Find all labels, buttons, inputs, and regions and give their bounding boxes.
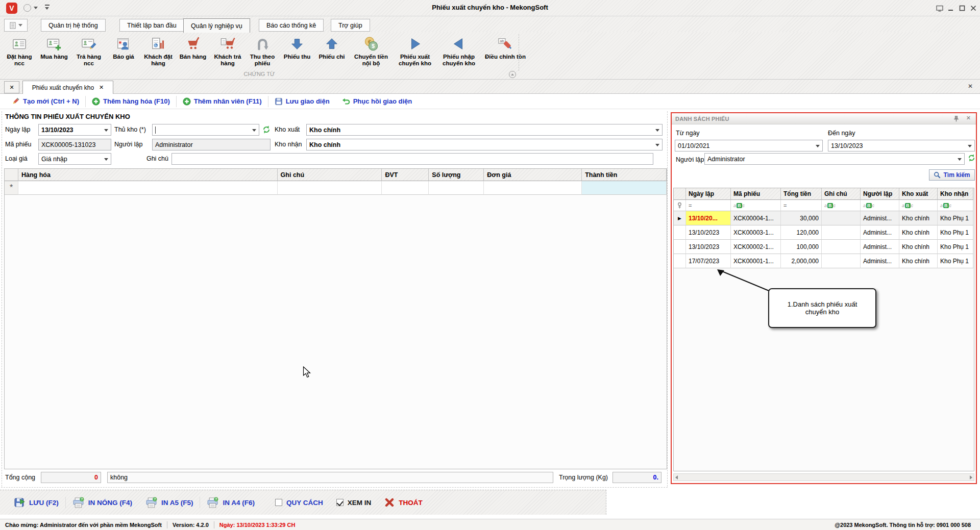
minimize-button[interactable] [946, 4, 955, 12]
ribbon-button-dat-hang-ncc[interactable]: Đặt hàng ncc [2, 34, 37, 68]
new-row-cell[interactable] [429, 181, 484, 195]
cell-ma-phieu[interactable]: XCK00004-1... [731, 211, 781, 225]
new-row-cell[interactable] [382, 181, 429, 195]
ribbon-button-ban-hang[interactable]: Bán hàng [176, 34, 210, 61]
cell-tong-tien[interactable]: 30,000 [781, 211, 822, 225]
kho-xuat-combo[interactable]: Kho chính [306, 124, 663, 136]
col-don-gia[interactable]: Đơn giá [484, 169, 582, 181]
cell-ghi-chu[interactable] [822, 240, 861, 254]
panel-grid[interactable]: Ngày lập Mã phiếu Tổng tiền Ghi chú Ngườ… [673, 188, 974, 471]
pin-icon[interactable] [952, 115, 960, 124]
filter-cell-nguoi-lap[interactable]: aBc [861, 200, 899, 211]
items-grid-new-row[interactable]: * [5, 181, 667, 195]
cell-ghi-chu[interactable] [822, 254, 861, 268]
table-row[interactable]: ▶ 13/10/20... XCK00004-1... 30,000 Admin… [674, 211, 974, 225]
print-a4-button[interactable]: ? IN A4 (F6) [200, 497, 261, 509]
cell-kho-nhan[interactable]: Kho Phụ 1 [938, 254, 973, 268]
ribbon-button-phieu-nhap-chuyen-kho[interactable]: Phiếu nhập chuyển kho [437, 34, 481, 68]
cell-nguoi-lap[interactable]: Administ... [861, 254, 899, 268]
ribbon-button-thu-theo-phieu[interactable]: Thu theo phiếu [245, 34, 280, 68]
col-ngay-lap[interactable]: Ngày lập [686, 188, 731, 200]
search-button[interactable]: Tìm kiếm [929, 169, 975, 181]
ribbon-button-bao-gia[interactable]: Báo giá [106, 34, 141, 61]
cell-ghi-chu[interactable] [822, 211, 861, 225]
panel-horizontal-scrollbar[interactable] [673, 473, 974, 481]
tabbar-close-icon[interactable]: ✕ [968, 83, 973, 90]
cell-nguoi-lap[interactable]: Administ... [861, 240, 899, 254]
restore-layout-button[interactable]: Phục hồi giao diện [336, 97, 419, 106]
tab-close-icon[interactable]: ✕ [99, 84, 104, 91]
cell-ngay-lap[interactable]: 13/10/20... [686, 211, 731, 225]
filter-cell-ghi-chu[interactable]: aBc [822, 200, 861, 211]
checkbox-checked-icon[interactable] [336, 499, 344, 506]
ribbon-button-dieu-chinh-ton[interactable]: ab Điều chỉnh tồn [481, 34, 530, 61]
cell-ma-phieu[interactable]: XCK00003-1... [731, 225, 781, 240]
print-a5-button[interactable]: ? IN A5 (F5) [139, 497, 200, 509]
print-hot-button[interactable]: ? IN NÓNG (F4) [66, 497, 139, 509]
ghi-chu-input[interactable] [172, 153, 653, 165]
cell-nguoi-lap[interactable]: Administ... [861, 225, 899, 240]
ribbon-button-phieu-chi[interactable]: Phiếu chi [314, 34, 349, 61]
scroll-right-icon[interactable] [970, 475, 972, 479]
col-ghi-chu[interactable]: Ghi chú [278, 169, 382, 181]
new-row-cell[interactable] [278, 181, 382, 195]
tong-cong-note[interactable]: không [107, 472, 553, 483]
col-nguoi-lap[interactable]: Người lập [861, 188, 899, 200]
filter-cell-kho-nhan[interactable]: aBc [938, 200, 973, 211]
cell-ngay-lap[interactable]: 13/10/2023 [686, 240, 731, 254]
save-button[interactable]: LƯU (F2) [7, 497, 65, 508]
col-so-luong[interactable]: Số lượng [429, 169, 484, 181]
tu-ngay-date-picker[interactable]: 01/10/2021 [675, 140, 823, 152]
cell-tong-tien[interactable]: 120,000 [781, 225, 822, 240]
ribbon-collapse-button[interactable] [509, 71, 516, 78]
cell-kho-nhan[interactable]: Kho Phụ 1 [938, 225, 973, 240]
cell-tong-tien[interactable]: 2,000,000 [781, 254, 822, 268]
ribbon-button-mua-hang[interactable]: Mua hàng [37, 34, 71, 61]
col-dvt[interactable]: ĐVT [382, 169, 429, 181]
refresh-icon[interactable] [968, 154, 975, 164]
quy-cach-checkbox[interactable]: QUY CÁCH [268, 499, 330, 507]
scroll-left-icon[interactable] [675, 475, 678, 479]
kho-nhan-combo[interactable]: Kho chính [306, 139, 663, 150]
panel-close-icon[interactable]: ✕ [966, 115, 971, 121]
filter-cell-ma-phieu[interactable]: aBc [731, 200, 781, 211]
new-row-cell[interactable] [484, 181, 582, 195]
cell-nguoi-lap[interactable]: Administ... [861, 211, 899, 225]
filter-cell-tong-tien[interactable]: = [781, 200, 822, 211]
ribbon-button-chuyen-tien-noi-bo[interactable]: €$ Chuyển tiền nội bộ [349, 34, 393, 68]
col-ma-phieu[interactable]: Mã phiếu [731, 188, 781, 200]
new-record-button[interactable]: Tạo mới (Ctrl + N) [5, 97, 85, 106]
ribbon-button-khach-dat-hang[interactable]: Khách đặt hàng [141, 34, 176, 68]
cell-kho-nhan[interactable]: Kho Phụ 1 [938, 211, 973, 225]
maximize-button[interactable] [958, 4, 966, 12]
cell-kho-nhan[interactable]: Kho Phụ 1 [938, 240, 973, 254]
cell-kho-xuat[interactable]: Kho chính [899, 225, 938, 240]
panel-nguoi-lap-combo[interactable]: Administrator [704, 153, 965, 165]
cell-ghi-chu[interactable] [822, 225, 861, 240]
fullscreen-button[interactable] [935, 4, 944, 12]
table-row[interactable]: 13/10/2023 XCK00003-1... 120,000 Adminis… [674, 225, 974, 240]
ribbon-button-tra-hang-ncc[interactable]: Trả hàng ncc [71, 34, 106, 68]
menu-tab-tro-giup[interactable]: Trợ giúp [331, 19, 370, 32]
col-thanh-tien[interactable]: Thành tiền [582, 169, 667, 181]
new-row-cell[interactable] [18, 181, 278, 195]
new-row-cell-thanh-tien[interactable] [582, 181, 667, 195]
col-hang-hoa[interactable]: Hàng hóa [18, 169, 278, 181]
loai-gia-combo[interactable]: Giá nhập [38, 153, 111, 165]
ribbon-button-khach-tra-hang[interactable]: Khách trả hàng [210, 34, 245, 68]
menu-tab-quan-tri-he-thong[interactable]: Quản trị hệ thống [41, 19, 106, 32]
close-all-tabs-button[interactable]: ✕ [4, 81, 19, 93]
refresh-icon[interactable] [262, 125, 271, 136]
table-row[interactable]: 13/10/2023 XCK00002-1... 100,000 Adminis… [674, 240, 974, 254]
ribbon-button-phieu-thu[interactable]: Phiếu thu [280, 34, 314, 61]
cell-kho-xuat[interactable]: Kho chính [899, 254, 938, 268]
menu-tab-quan-ly-nghiep-vu[interactable]: Quản lý nghiệp vụ [183, 18, 250, 33]
ngay-lap-date-picker[interactable]: 13/10/2023 [38, 124, 111, 136]
col-kho-nhan[interactable]: Kho nhận [938, 188, 973, 200]
menu-tab-bao-cao-thong-ke[interactable]: Báo cáo thống kê [259, 19, 324, 32]
save-layout-button[interactable]: Lưu giao diện [268, 97, 336, 106]
tab-phieu-xuat-chuyen-kho[interactable]: Phiếu xuất chuyển kho ✕ [22, 81, 113, 94]
col-tong-tien[interactable]: Tổng tiền [781, 188, 822, 200]
menu-tab-thiet-lap-ban-dau[interactable]: Thiết lập ban đầu [119, 19, 184, 32]
items-grid[interactable]: Hàng hóa Ghi chú ĐVT Số lượng Đơn giá Th… [4, 168, 667, 469]
